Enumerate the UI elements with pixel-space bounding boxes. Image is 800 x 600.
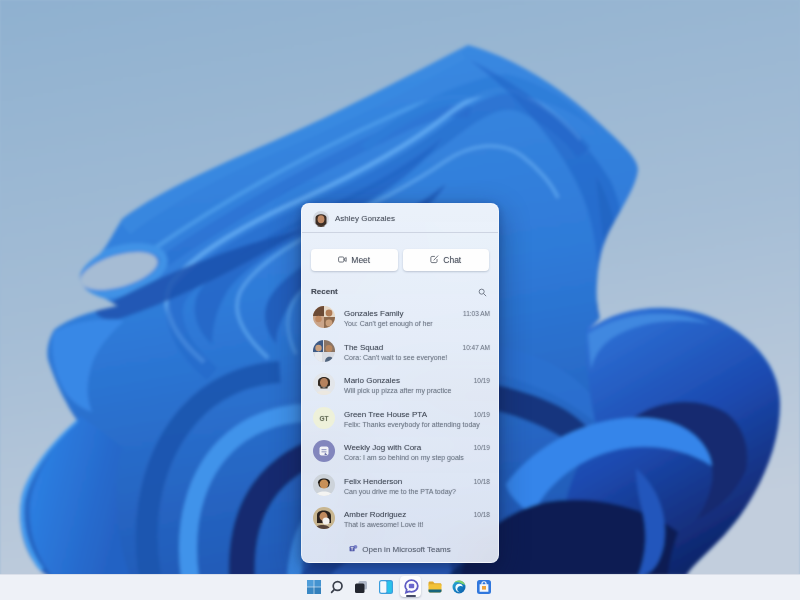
svg-text:GT: GT (319, 414, 328, 421)
